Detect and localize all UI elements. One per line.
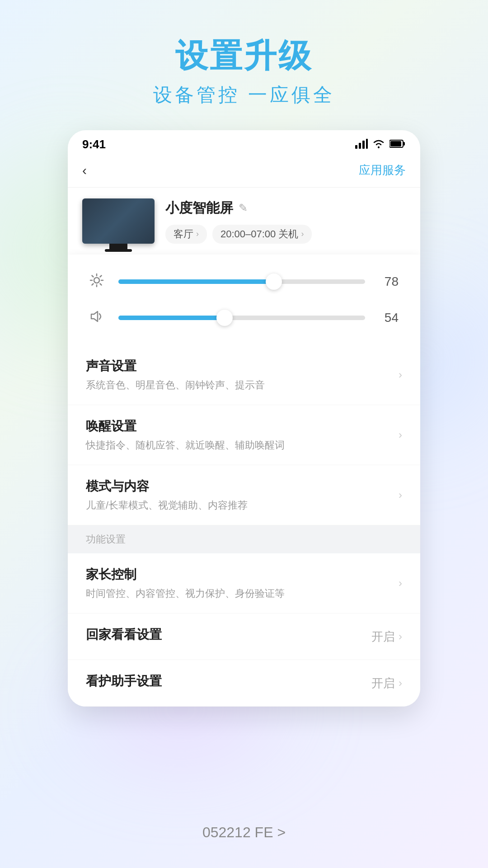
svg-rect-2 xyxy=(362,141,365,149)
header-section: 设置升级 设备管控 一应俱全 xyxy=(153,0,335,108)
wifi-icon xyxy=(372,139,385,151)
brightness-slider[interactable] xyxy=(118,273,365,291)
settings-item-parental-desc: 时间管控、内容管控、视力保护、身份验证等 xyxy=(86,587,399,600)
settings-item-care-status: 开启 › xyxy=(371,675,402,691)
sound-chevron-icon: › xyxy=(399,368,402,381)
care-chevron-icon: › xyxy=(399,677,402,689)
volume-thumb[interactable] xyxy=(216,310,233,326)
brightness-icon xyxy=(89,273,108,291)
settings-item-home-title: 回家看看设置 xyxy=(86,626,371,643)
brightness-fill xyxy=(118,279,274,284)
edit-icon[interactable]: ✎ xyxy=(239,202,248,214)
volume-fill xyxy=(118,316,225,320)
back-button[interactable]: ‹ xyxy=(82,163,87,178)
device-info: 小度智能屏 ✎ 客厅 › 20:00–07:00 关机 › xyxy=(165,199,406,244)
settings-item-parental-title: 家长控制 xyxy=(86,566,399,583)
settings-item-mode[interactable]: 模式与内容 儿童/长辈模式、视觉辅助、内容推荐 › xyxy=(68,465,420,525)
svg-rect-6 xyxy=(403,142,405,146)
settings-item-wakeup-content: 唤醒设置 快捷指令、随机应答、就近唤醒、辅助唤醒词 xyxy=(86,418,399,452)
settings-item-mode-content: 模式与内容 儿童/长辈模式、视觉辅助、内容推荐 xyxy=(86,478,399,512)
settings-item-parental[interactable]: 家长控制 时间管控、内容管控、视力保护、身份验证等 › xyxy=(68,553,420,613)
settings-item-home[interactable]: 回家看看设置 开启 › xyxy=(68,613,420,660)
settings-item-care-content: 看护助手设置 xyxy=(86,673,371,693)
device-name-row: 小度智能屏 ✎ xyxy=(165,199,406,217)
schedule-chevron-icon: › xyxy=(301,229,304,239)
status-time: 9:41 xyxy=(82,137,106,151)
settings-item-wakeup-desc: 快捷指令、随机应答、就近唤醒、辅助唤醒词 xyxy=(86,439,399,452)
svg-point-8 xyxy=(94,278,99,283)
brightness-value: 78 xyxy=(376,274,399,289)
volume-value: 54 xyxy=(376,311,399,325)
nav-bar: ‹ 应用服务 xyxy=(68,157,420,188)
settings-item-mode-desc: 儿童/长辈模式、视觉辅助、内容推荐 xyxy=(86,499,399,512)
device-tv-thumbnail xyxy=(82,198,155,244)
function-section-label: 功能设置 xyxy=(68,525,420,553)
volume-slider[interactable] xyxy=(118,309,365,327)
svg-rect-1 xyxy=(359,143,361,149)
svg-line-14 xyxy=(100,283,102,285)
volume-track xyxy=(118,316,365,320)
brightness-thumb[interactable] xyxy=(266,274,282,290)
svg-line-16 xyxy=(92,283,94,285)
settings-item-home-content: 回家看看设置 xyxy=(86,626,371,647)
volume-icon xyxy=(89,309,108,327)
settings-item-sound-desc: 系统音色、明星音色、闹钟铃声、提示音 xyxy=(86,378,399,392)
location-chevron-icon: › xyxy=(196,229,199,239)
svg-rect-7 xyxy=(390,141,401,146)
wakeup-chevron-icon: › xyxy=(399,429,402,441)
status-bar: 9:41 xyxy=(68,130,420,157)
sub-title: 设备管控 一应俱全 xyxy=(153,82,335,108)
schedule-tag[interactable]: 20:00–07:00 关机 › xyxy=(212,225,312,244)
app-service-button[interactable]: 应用服务 xyxy=(359,162,406,178)
brightness-track xyxy=(118,279,365,284)
settings-item-care[interactable]: 看护助手设置 开启 › xyxy=(68,660,420,707)
settings-item-parental-content: 家长控制 时间管控、内容管控、视力保护、身份验证等 xyxy=(86,566,399,600)
settings-item-home-status: 开启 › xyxy=(371,629,402,645)
status-icons xyxy=(355,139,406,151)
page: 设置升级 设备管控 一应俱全 9:41 xyxy=(0,0,488,868)
svg-line-13 xyxy=(92,275,94,277)
device-tags: 客厅 › 20:00–07:00 关机 › xyxy=(165,225,406,244)
bottom-text: 052212 FE > xyxy=(202,824,286,841)
signal-icon xyxy=(355,139,368,151)
device-name: 小度智能屏 xyxy=(165,199,233,217)
settings-item-sound-content: 声音设置 系统音色、明星音色、闹钟铃声、提示音 xyxy=(86,358,399,392)
battery-icon xyxy=(389,139,406,150)
care-status-text: 开启 xyxy=(371,675,395,691)
svg-line-15 xyxy=(100,275,102,277)
svg-rect-0 xyxy=(355,145,357,149)
svg-marker-17 xyxy=(91,311,98,321)
home-chevron-icon: › xyxy=(399,630,402,643)
settings-item-sound-title: 声音设置 xyxy=(86,358,399,375)
device-card: 小度智能屏 ✎ 客厅 › 20:00–07:00 关机 › xyxy=(68,188,420,255)
home-status-text: 开启 xyxy=(371,629,395,645)
settings-item-wakeup[interactable]: 唤醒设置 快捷指令、随机应答、就近唤醒、辅助唤醒词 › xyxy=(68,405,420,465)
svg-point-4 xyxy=(378,146,380,148)
phone-mockup: 9:41 xyxy=(68,130,420,707)
settings-item-care-title: 看护助手设置 xyxy=(86,673,371,690)
settings-section: 声音设置 系统音色、明星音色、闹钟铃声、提示音 › 唤醒设置 快捷指令、随机应答… xyxy=(68,345,420,525)
brightness-slider-row: 78 xyxy=(89,268,399,295)
volume-slider-row: 54 xyxy=(89,304,399,331)
tv-screen xyxy=(82,198,155,244)
settings-item-mode-title: 模式与内容 xyxy=(86,478,399,495)
location-tag[interactable]: 客厅 › xyxy=(165,225,207,244)
settings-item-wakeup-title: 唤醒设置 xyxy=(86,418,399,435)
function-settings-section: 家长控制 时间管控、内容管控、视力保护、身份验证等 › 回家看看设置 开启 › … xyxy=(68,553,420,707)
mode-chevron-icon: › xyxy=(399,489,402,501)
sliders-card: 78 54 xyxy=(68,255,420,345)
main-title: 设置升级 xyxy=(153,36,335,75)
svg-rect-3 xyxy=(366,139,368,149)
settings-item-sound[interactable]: 声音设置 系统音色、明星音色、闹钟铃声、提示音 › xyxy=(68,345,420,405)
parental-chevron-icon: › xyxy=(399,577,402,590)
